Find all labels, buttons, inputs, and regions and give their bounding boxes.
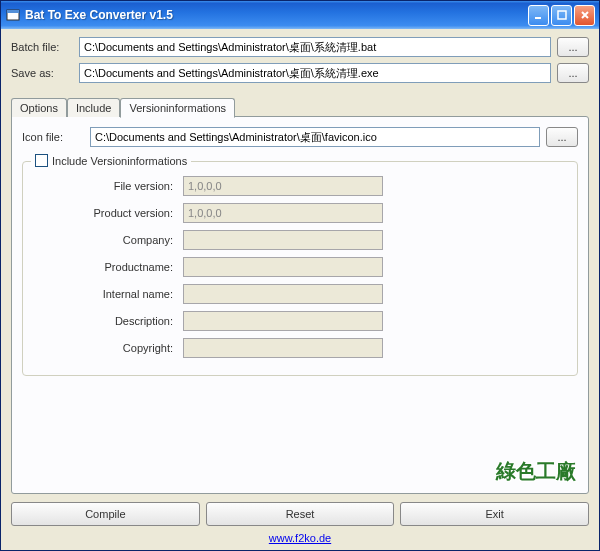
internal-name-row: Internal name:: [33, 284, 567, 304]
tab-options[interactable]: Options: [11, 98, 67, 117]
company-row: Company:: [33, 230, 567, 250]
tab-panel-versioninformations: Icon file: ... Include Versioninformatio…: [11, 116, 589, 494]
window-controls: [528, 5, 595, 26]
svg-rect-2: [535, 17, 541, 19]
copyright-row: Copyright:: [33, 338, 567, 358]
description-row: Description:: [33, 311, 567, 331]
content-area: Batch file: ... Save as: ... Options Inc…: [1, 29, 599, 550]
productname-row: Productname:: [33, 257, 567, 277]
description-label: Description:: [33, 315, 183, 327]
app-icon: [5, 7, 21, 23]
tab-container: Options Include Versioninformations Icon…: [11, 97, 589, 494]
save-browse-button[interactable]: ...: [557, 63, 589, 83]
description-input[interactable]: [183, 311, 383, 331]
batch-file-row: Batch file: ...: [11, 37, 589, 57]
icon-file-input[interactable]: [90, 127, 540, 147]
save-as-input[interactable]: [79, 63, 551, 83]
maximize-button[interactable]: [551, 5, 572, 26]
icon-file-label: Icon file:: [22, 131, 84, 143]
file-version-input[interactable]: [183, 176, 383, 196]
tabs: Options Include Versioninformations: [11, 97, 589, 116]
batch-browse-button[interactable]: ...: [557, 37, 589, 57]
window-title: Bat To Exe Converter v1.5: [25, 8, 528, 22]
footer-link[interactable]: www.f2ko.de: [269, 532, 331, 544]
save-as-label: Save as:: [11, 67, 73, 79]
close-button[interactable]: [574, 5, 595, 26]
productname-input[interactable]: [183, 257, 383, 277]
batch-file-label: Batch file:: [11, 41, 73, 53]
icon-browse-button[interactable]: ...: [546, 127, 578, 147]
company-input[interactable]: [183, 230, 383, 250]
include-version-checkbox-row: Include Versioninformations: [31, 154, 191, 167]
product-version-input[interactable]: [183, 203, 383, 223]
titlebar[interactable]: Bat To Exe Converter v1.5: [1, 1, 599, 29]
app-window: Bat To Exe Converter v1.5 Batch file: ..…: [0, 0, 600, 551]
compile-button[interactable]: Compile: [11, 502, 200, 526]
reset-button[interactable]: Reset: [206, 502, 395, 526]
watermark-text: 綠色工廠: [496, 458, 576, 485]
version-info-group: Include Versioninformations File version…: [22, 161, 578, 376]
product-version-row: Product version:: [33, 203, 567, 223]
include-version-label: Include Versioninformations: [52, 155, 187, 167]
company-label: Company:: [33, 234, 183, 246]
icon-file-row: Icon file: ...: [22, 127, 578, 147]
include-version-checkbox[interactable]: [35, 154, 48, 167]
exit-button[interactable]: Exit: [400, 502, 589, 526]
svg-rect-3: [558, 11, 566, 19]
copyright-label: Copyright:: [33, 342, 183, 354]
product-version-label: Product version:: [33, 207, 183, 219]
tab-versioninformations[interactable]: Versioninformations: [120, 98, 235, 118]
minimize-button[interactable]: [528, 5, 549, 26]
productname-label: Productname:: [33, 261, 183, 273]
save-as-row: Save as: ...: [11, 63, 589, 83]
copyright-input[interactable]: [183, 338, 383, 358]
internal-name-label: Internal name:: [33, 288, 183, 300]
svg-rect-1: [7, 10, 19, 13]
batch-file-input[interactable]: [79, 37, 551, 57]
footer: www.f2ko.de: [11, 532, 589, 544]
file-version-label: File version:: [33, 180, 183, 192]
file-version-row: File version:: [33, 176, 567, 196]
tab-include[interactable]: Include: [67, 98, 120, 117]
internal-name-input[interactable]: [183, 284, 383, 304]
bottom-button-bar: Compile Reset Exit: [11, 502, 589, 526]
